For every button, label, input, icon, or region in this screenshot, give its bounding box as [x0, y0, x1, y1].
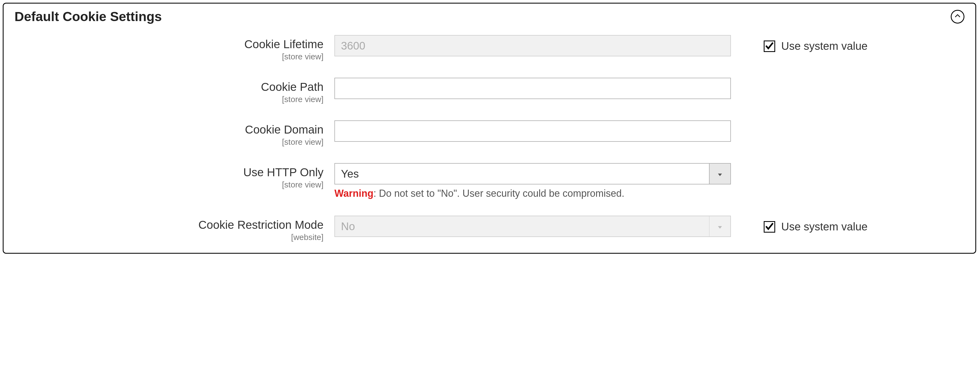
http-only-warning: Warning: Do not set to "No". User securi… — [334, 188, 731, 199]
select-arrow — [709, 216, 730, 236]
input-col — [334, 120, 731, 142]
scope-label: [store view] — [14, 180, 323, 190]
use-system-checkbox-lifetime[interactable] — [764, 40, 775, 52]
cookie-restriction-label: Cookie Restriction Mode — [14, 218, 323, 231]
caret-down-icon — [717, 168, 723, 180]
panel-header: Default Cookie Settings — [3, 3, 975, 35]
scope-label: [website] — [14, 233, 323, 242]
collapse-button[interactable] — [951, 10, 964, 24]
cookie-settings-panel: Default Cookie Settings Cookie Lifetime … — [3, 3, 976, 254]
select-value: No — [341, 220, 709, 233]
row-cookie-lifetime: Cookie Lifetime [store view] 3600 Use sy… — [14, 35, 975, 61]
checkbox-col: Use system value — [731, 35, 868, 52]
row-cookie-path: Cookie Path [store view] — [14, 78, 975, 104]
label-col: Cookie Restriction Mode [website] — [14, 216, 334, 242]
checkbox-col: Use system value — [731, 216, 868, 233]
scope-label: [store view] — [14, 95, 323, 104]
cookie-domain-label: Cookie Domain — [14, 123, 323, 136]
cookie-path-input[interactable] — [334, 78, 731, 99]
warning-prefix: Warning — [334, 188, 374, 199]
input-col: No — [334, 216, 731, 237]
use-system-checkbox-restriction[interactable] — [764, 221, 775, 233]
form-rows: Cookie Lifetime [store view] 3600 Use sy… — [3, 35, 975, 242]
checkmark-icon — [765, 41, 774, 51]
cookie-lifetime-input: 3600 — [334, 35, 731, 56]
chevron-up-icon — [954, 13, 961, 21]
input-col: Yes Warning: Do not set to "No". User se… — [334, 163, 731, 199]
use-http-only-select[interactable]: Yes — [334, 163, 731, 185]
cookie-path-label: Cookie Path — [14, 80, 323, 94]
input-col: 3600 — [334, 35, 731, 56]
scope-label: [store view] — [14, 52, 323, 61]
row-cookie-domain: Cookie Domain [store view] — [14, 120, 975, 147]
label-col: Use HTTP Only [store view] — [14, 163, 334, 190]
row-use-http-only: Use HTTP Only [store view] Yes Warning: … — [14, 163, 975, 199]
use-system-label: Use system value — [781, 221, 868, 233]
input-col — [334, 78, 731, 99]
checkmark-icon — [765, 221, 774, 232]
cookie-restriction-select: No — [334, 216, 731, 237]
caret-down-icon — [717, 220, 723, 233]
panel-title: Default Cookie Settings — [14, 9, 162, 24]
cookie-lifetime-label: Cookie Lifetime — [14, 38, 323, 51]
warning-text: : Do not set to "No". User security coul… — [374, 188, 625, 199]
scope-label: [store view] — [14, 137, 323, 147]
cookie-domain-input[interactable] — [334, 120, 731, 142]
use-system-label: Use system value — [781, 40, 868, 52]
row-cookie-restriction-mode: Cookie Restriction Mode [website] No — [14, 216, 975, 242]
select-value: Yes — [341, 168, 709, 180]
select-arrow — [709, 164, 730, 184]
label-col: Cookie Path [store view] — [14, 78, 334, 104]
use-http-only-label: Use HTTP Only — [14, 166, 323, 179]
label-col: Cookie Lifetime [store view] — [14, 35, 334, 61]
label-col: Cookie Domain [store view] — [14, 120, 334, 147]
